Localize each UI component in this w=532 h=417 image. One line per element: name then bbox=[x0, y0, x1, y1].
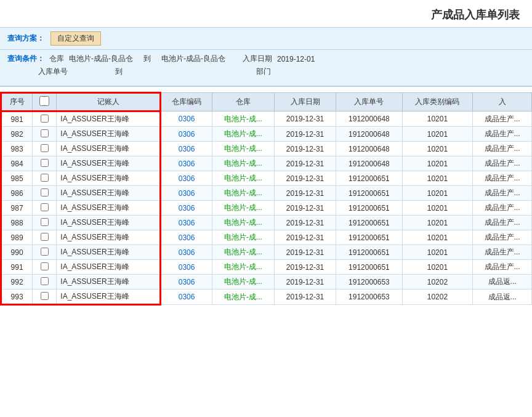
cell-wh-code[interactable]: 0306 bbox=[161, 142, 212, 156]
row-checkbox[interactable] bbox=[41, 277, 49, 285]
select-all-checkbox[interactable] bbox=[39, 96, 49, 106]
wh-link[interactable]: 电池片-成... bbox=[224, 144, 262, 153]
row-checkbox[interactable] bbox=[41, 292, 49, 300]
cell-checkbox[interactable] bbox=[33, 201, 57, 216]
cell-checkbox[interactable] bbox=[33, 275, 57, 289]
row-checkbox[interactable] bbox=[41, 233, 49, 241]
wh-code-link[interactable]: 0306 bbox=[179, 130, 195, 139]
wh-link[interactable]: 电池片-成... bbox=[224, 248, 262, 256]
cell-order-no: 1912000648 bbox=[336, 156, 402, 171]
cell-wh-code[interactable]: 0306 bbox=[161, 186, 212, 201]
wh-link[interactable]: 电池片-成... bbox=[224, 188, 262, 197]
row-checkbox[interactable] bbox=[41, 144, 49, 152]
cell-type-code: 10202 bbox=[402, 275, 473, 289]
wh-code-link[interactable]: 0306 bbox=[179, 189, 195, 198]
row-checkbox[interactable] bbox=[41, 188, 49, 196]
cell-checkbox[interactable] bbox=[33, 171, 57, 186]
cell-date: 2019-12-31 bbox=[274, 171, 336, 186]
cell-checkbox[interactable] bbox=[33, 127, 57, 142]
cell-wh[interactable]: 电池片-成... bbox=[212, 260, 274, 275]
row-checkbox[interactable] bbox=[41, 159, 49, 167]
row-checkbox[interactable] bbox=[41, 248, 49, 256]
cell-checkbox[interactable] bbox=[33, 156, 57, 171]
cell-checkbox[interactable] bbox=[33, 186, 57, 201]
wh-code-link[interactable]: 0306 bbox=[179, 263, 195, 272]
wh-code-link[interactable]: 0306 bbox=[179, 174, 195, 183]
cell-wh[interactable]: 电池片-成... bbox=[212, 230, 274, 245]
cell-wh-code[interactable]: 0306 bbox=[161, 289, 212, 305]
cell-order-no: 1912000653 bbox=[336, 275, 402, 289]
cell-wh-code[interactable]: 0306 bbox=[161, 260, 212, 275]
cell-wh[interactable]: 电池片-成... bbox=[212, 186, 274, 201]
custom-query-button[interactable]: 自定义查询 bbox=[50, 31, 101, 46]
cell-wh-code[interactable]: 0306 bbox=[161, 201, 212, 216]
cell-wh[interactable]: 电池片-成... bbox=[212, 142, 274, 156]
table-row: 987 IA_ASSUSER王海峰 0306 电池片-成... 2019-12-… bbox=[1, 201, 532, 216]
col-header-checkbox[interactable] bbox=[33, 93, 57, 111]
wh-link[interactable]: 电池片-成... bbox=[224, 233, 262, 241]
cell-checkbox[interactable] bbox=[33, 260, 57, 275]
wh-link[interactable]: 电池片-成... bbox=[224, 218, 262, 227]
cell-order-no: 1912000651 bbox=[336, 201, 402, 216]
cell-wh[interactable]: 电池片-成... bbox=[212, 245, 274, 260]
wh-link[interactable]: 电池片-成... bbox=[224, 203, 262, 212]
row-checkbox[interactable] bbox=[41, 174, 49, 182]
wh-link[interactable]: 电池片-成... bbox=[224, 277, 262, 286]
cell-recorder: IA_ASSUSER王海峰 bbox=[57, 245, 161, 260]
cell-checkbox[interactable] bbox=[33, 111, 57, 127]
wh-link[interactable]: 电池片-成... bbox=[224, 293, 262, 301]
wh-code-link[interactable]: 0306 bbox=[179, 115, 195, 123]
wh-link[interactable]: 电池片-成... bbox=[224, 129, 262, 138]
row-checkbox[interactable] bbox=[41, 129, 49, 137]
col-header-wh: 仓库 bbox=[212, 93, 274, 111]
main-table: 序号 记账人 仓库编码 仓库 入库日期 入库单号 入库类别编码 入 981 bbox=[0, 92, 532, 306]
query-conditions: 查询条件： 仓库 电池片-成品-良品仓 到 电池片-成品-良品仓 入库日期 20… bbox=[0, 50, 532, 87]
wh-code-link[interactable]: 0306 bbox=[179, 233, 195, 242]
cell-checkbox[interactable] bbox=[33, 142, 57, 156]
cell-wh-code[interactable]: 0306 bbox=[161, 111, 212, 127]
row-checkbox[interactable] bbox=[41, 218, 49, 226]
col-header-type: 入 bbox=[473, 93, 532, 111]
cell-wh[interactable]: 电池片-成... bbox=[212, 127, 274, 142]
cell-type-code: 10201 bbox=[402, 216, 473, 230]
wh-link[interactable]: 电池片-成... bbox=[224, 262, 262, 271]
cell-seq: 981 bbox=[1, 111, 33, 127]
to-separator-1: 到 bbox=[138, 54, 156, 64]
cell-wh[interactable]: 电池片-成... bbox=[212, 111, 274, 127]
wh-link[interactable]: 电池片-成... bbox=[224, 174, 262, 182]
cell-wh-code[interactable]: 0306 bbox=[161, 245, 212, 260]
cell-wh[interactable]: 电池片-成... bbox=[212, 275, 274, 289]
cell-wh[interactable]: 电池片-成... bbox=[212, 171, 274, 186]
cell-wh-code[interactable]: 0306 bbox=[161, 127, 212, 142]
row-checkbox[interactable] bbox=[41, 203, 49, 211]
wh-code-link[interactable]: 0306 bbox=[179, 145, 195, 153]
cell-seq: 986 bbox=[1, 186, 33, 201]
wh-link[interactable]: 电池片-成... bbox=[224, 159, 262, 168]
cell-checkbox[interactable] bbox=[33, 216, 57, 230]
wh-code-link[interactable]: 0306 bbox=[179, 248, 195, 257]
cell-wh-code[interactable]: 0306 bbox=[161, 230, 212, 245]
cell-date: 2019-12-31 bbox=[274, 156, 336, 171]
cell-recorder: IA_ASSUSER王海峰 bbox=[57, 156, 161, 171]
wh-code-link[interactable]: 0306 bbox=[179, 293, 195, 301]
wh-code-link[interactable]: 0306 bbox=[179, 204, 195, 213]
cell-wh-code[interactable]: 0306 bbox=[161, 216, 212, 230]
cell-checkbox[interactable] bbox=[33, 245, 57, 260]
row-checkbox[interactable] bbox=[41, 115, 49, 123]
wh-code-link[interactable]: 0306 bbox=[179, 278, 195, 286]
cell-wh[interactable]: 电池片-成... bbox=[212, 289, 274, 305]
table-row: 983 IA_ASSUSER王海峰 0306 电池片-成... 2019-12-… bbox=[1, 142, 532, 156]
cell-checkbox[interactable] bbox=[33, 230, 57, 245]
cell-wh-code[interactable]: 0306 bbox=[161, 156, 212, 171]
cell-wh[interactable]: 电池片-成... bbox=[212, 216, 274, 230]
cell-checkbox[interactable] bbox=[33, 289, 57, 305]
cell-type-code: 10201 bbox=[402, 127, 473, 142]
wh-link[interactable]: 电池片-成... bbox=[224, 115, 262, 123]
row-checkbox[interactable] bbox=[41, 262, 49, 270]
wh-code-link[interactable]: 0306 bbox=[179, 160, 195, 168]
cell-wh-code[interactable]: 0306 bbox=[161, 171, 212, 186]
cell-wh-code[interactable]: 0306 bbox=[161, 275, 212, 289]
wh-code-link[interactable]: 0306 bbox=[179, 219, 195, 227]
cell-wh[interactable]: 电池片-成... bbox=[212, 201, 274, 216]
cell-wh[interactable]: 电池片-成... bbox=[212, 156, 274, 171]
